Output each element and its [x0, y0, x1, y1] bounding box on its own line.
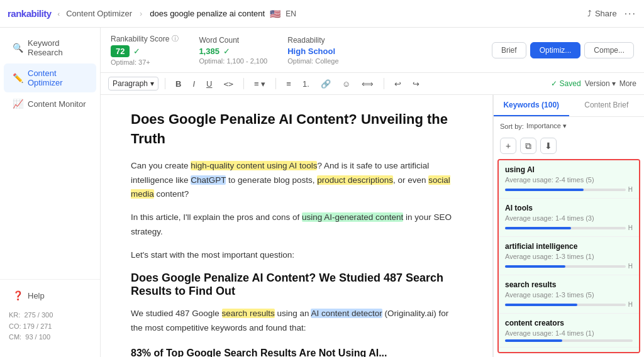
keyword-name: AI tools: [505, 204, 633, 212]
download-keywords-button[interactable]: ⬇: [540, 138, 557, 154]
logo-ability: ability: [26, 8, 52, 19]
info-icon[interactable]: ⓘ: [172, 34, 179, 43]
sort-label: Sort by:: [500, 123, 524, 130]
rankability-score-item: Rankability Score ⓘ 72 ✓ Optimal: 37+: [111, 34, 179, 66]
share-button[interactable]: ⤴ Share: [587, 9, 617, 18]
breadcrumb-separator: ›: [140, 9, 142, 18]
optimiz-button[interactable]: Optimiz...: [530, 42, 581, 58]
stat-kr: KR: 275 / 300: [9, 310, 91, 321]
share-icon: ⤴: [587, 9, 592, 18]
highlight-ai-content: using AI-generated content: [302, 212, 403, 222]
sidebar-stats: KR: 275 / 300 CO: 179 / 271 CM: 93 / 100: [0, 306, 100, 347]
keyword-bar-row: [505, 339, 633, 342]
sidebar-item-keyword-research[interactable]: 🔍 Keyword Research: [4, 33, 96, 62]
keyword-bar-track: [505, 265, 626, 268]
paragraph-label: Paragraph: [113, 79, 148, 88]
ordered-list-button[interactable]: 1.: [299, 77, 313, 91]
keyword-meta: Average usage: 1-3 times (5): [505, 291, 633, 299]
editor[interactable]: Does Google Penalize AI Content? Unveili…: [101, 95, 493, 357]
sidebar-item-content-optimizer[interactable]: ✏️ Content Optimizer: [4, 63, 96, 92]
chart-icon: 📈: [13, 99, 23, 109]
keyword-item[interactable]: search results Average usage: 1-3 times …: [499, 275, 639, 314]
redo-button[interactable]: ↪: [409, 77, 423, 91]
sort-value[interactable]: Importance ▾: [526, 122, 567, 130]
word-count-check: ✓: [223, 47, 230, 56]
toolbar-separator-4: [384, 78, 384, 89]
main-layout: 🔍 Keyword Research ✏️ Content Optimizer …: [0, 28, 644, 357]
tab-keywords[interactable]: Keywords (100): [494, 95, 569, 116]
paragraph-2: In this article, I'll explain the pros a…: [131, 211, 462, 239]
italic-button[interactable]: I: [189, 77, 199, 91]
align-button[interactable]: ≡ ▾: [250, 77, 269, 91]
keyword-item[interactable]: using AI Average usage: 2-4 times (5) H: [499, 160, 639, 199]
more-button[interactable]: ···: [625, 8, 636, 19]
paragraph-3: Let's start with the most important ques…: [131, 248, 462, 263]
keyword-meta: Average usage: 2-4 times (5): [505, 176, 633, 184]
copy-keywords-button[interactable]: ⧉: [520, 138, 536, 154]
underline-button[interactable]: U: [203, 77, 216, 91]
tab-content-brief[interactable]: Content Brief: [569, 95, 645, 116]
keyword-name: artificial intelligence: [505, 242, 633, 251]
saved-label: ✓ Saved: [551, 79, 580, 88]
nav-back-arrow[interactable]: ‹: [57, 9, 62, 19]
paragraph-select[interactable]: Paragraph ▾: [108, 77, 158, 91]
sidebar-item-content-monitor[interactable]: 📈 Content Monitor: [4, 94, 96, 114]
edit-icon: ✏️: [13, 73, 23, 83]
keyword-bar-track: [505, 189, 626, 191]
sidebar-item-label: Content Monitor: [28, 99, 86, 109]
share-label: Share: [595, 9, 617, 18]
topbar: rankability ‹ Content Optimizer › does g…: [0, 0, 644, 28]
help-icon: ❓: [13, 290, 23, 300]
keyword-item[interactable]: content creators Average usage: 1-4 time…: [499, 314, 639, 348]
keyword-bar-fill: [505, 227, 571, 229]
keyword-bar-row: H: [505, 263, 633, 270]
word-count-optimal: Optimal: 1,100 - 2,100: [199, 57, 267, 65]
keyword-meta: Average usage: 1-4 times (3): [505, 214, 633, 222]
paragraph-4: We studied 487 Google search results usi…: [131, 307, 462, 336]
toolbar: Paragraph ▾ B I U <> ≡ ▾ ≡ 1. 🔗 ☺ ⟺ ↩ ↪ …: [101, 73, 644, 95]
version-button[interactable]: Version ▾: [585, 79, 616, 88]
highlight-social: social media: [131, 175, 450, 199]
highlight-chatgpt: ChatGPT: [191, 175, 226, 185]
link-button[interactable]: 🔗: [317, 77, 335, 91]
bold-button[interactable]: B: [172, 77, 185, 91]
paragraph-1: Can you create high-quality content usin…: [131, 159, 462, 202]
keyword-name: blog posts: [505, 353, 633, 353]
table-button[interactable]: ⟺: [358, 77, 377, 91]
rankability-value-row: 72 ✓: [111, 45, 179, 57]
compe-button[interactable]: Compe...: [584, 42, 634, 58]
emoji-button[interactable]: ☺: [338, 77, 354, 91]
code-button[interactable]: <>: [219, 77, 237, 91]
brief-button[interactable]: Brief: [492, 42, 526, 58]
score-badge: 72: [111, 45, 130, 57]
readability-optimal: Optimal: College: [287, 57, 338, 65]
highlight-search-results: search results: [222, 309, 275, 318]
keyword-meta: Average usage: 1-3 times (1): [505, 253, 633, 260]
breadcrumb-parent[interactable]: Content Optimizer: [66, 9, 132, 18]
keyword-name: search results: [505, 280, 633, 289]
keywords-panel: Keywords (100) Content Brief Sort by: Im…: [493, 95, 644, 357]
keyword-name: using AI: [505, 165, 633, 174]
more-toolbar-button[interactable]: More: [619, 79, 636, 88]
keyword-bar-fill: [505, 339, 562, 342]
sidebar-item-label: Keyword Research: [28, 38, 87, 57]
list-button[interactable]: ≡: [282, 77, 295, 91]
keyword-h-badge: H: [628, 224, 633, 231]
keyword-meta: Average usage: 1-4 times (1): [505, 329, 633, 337]
undo-button[interactable]: ↩: [391, 77, 405, 91]
logo-rank: rank: [8, 8, 26, 19]
article-subheading: Does Google Penalize AI Content? We Stud…: [131, 272, 462, 298]
add-keyword-button[interactable]: +: [500, 138, 516, 154]
sidebar-item-help[interactable]: ❓ Help: [4, 285, 96, 305]
toolbar-separator-1: [165, 78, 165, 89]
version-chevron: ▾: [612, 79, 616, 88]
keyword-item[interactable]: blog posts Average usage: 1-2 times (1): [499, 348, 639, 353]
search-icon: 🔍: [13, 43, 23, 53]
keyword-item[interactable]: AI tools Average usage: 1-4 times (3) H: [499, 199, 639, 237]
keyword-item[interactable]: artificial intelligence Average usage: 1…: [499, 237, 639, 275]
breadcrumb-current: does google penalize ai content: [150, 9, 265, 18]
word-count-label: Word Count: [199, 36, 267, 45]
keyword-name: content creators: [505, 319, 633, 327]
keywords-tabs: Keywords (100) Content Brief: [494, 95, 644, 117]
keyword-bar-row: H: [505, 224, 633, 231]
